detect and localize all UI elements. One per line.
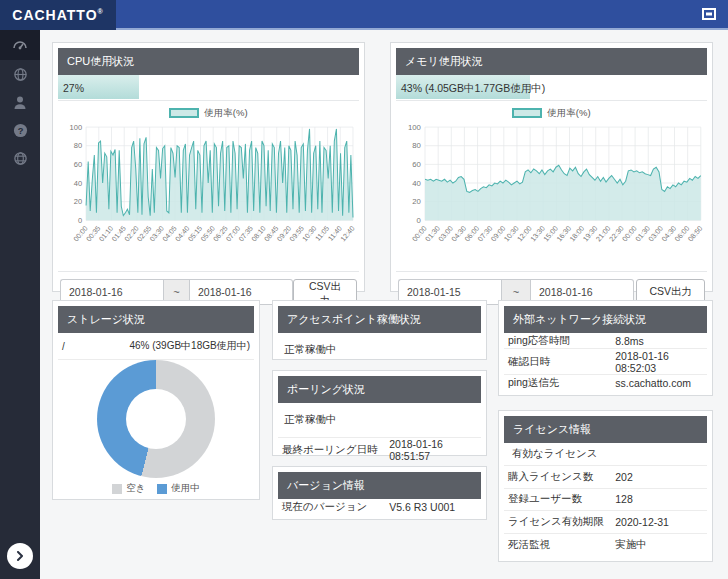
topbar: CACHATTO® [0, 0, 728, 30]
version-panel: バージョン情報 現在のバージョン V5.6 R3 U001 [272, 466, 487, 520]
svg-text:100: 100 [408, 123, 421, 132]
storage-panel: ストレージ状況 / 46% (39GB中18GB使用中) 空き 使用中 [52, 300, 260, 500]
legend-label: 使用率(%) [547, 107, 590, 120]
sidebar-expand-button[interactable] [7, 543, 33, 569]
purchased-licenses-label: 購入ライセンス数 [508, 470, 615, 484]
memory-line-chart: 02040608010000:0001:3003:0004:3006:0007:… [396, 121, 707, 271]
polling-panel: ポーリング状況 正常稼働中 最終ポーリング日時 2018-01-16 08:51… [272, 370, 487, 456]
sidebar: ? [0, 30, 40, 579]
cpu-progress-label: 27% [58, 75, 359, 101]
cpu-chart-legend: 使用率(%) [58, 105, 359, 121]
storage-usage-label: 46% (39GB中18GB使用中) [129, 339, 250, 353]
ping-time-value: 8.8ms [615, 335, 703, 347]
sidebar-item-language[interactable] [0, 144, 40, 172]
free-swatch [112, 484, 122, 494]
sidebar-item-help[interactable]: ? [0, 116, 40, 144]
ping-time-row: ping応答時間 8.8ms [504, 333, 707, 349]
memory-panel-title: メモリ使用状況 [396, 48, 707, 75]
svg-text:40: 40 [412, 179, 421, 188]
svg-text:60: 60 [412, 160, 421, 169]
storage-legend: 空き 使用中 [58, 478, 254, 501]
check-datetime-row: 確認日時 2018-01-16 08:52:03 [504, 349, 707, 375]
valid-license-row: 有効なライセンス [504, 443, 707, 466]
svg-text:80: 80 [412, 141, 421, 150]
storage-panel-title: ストレージ状況 [58, 306, 254, 333]
alive-monitoring-value: 実施中 [615, 538, 703, 552]
window-icon[interactable] [702, 8, 716, 20]
version-title: バージョン情報 [278, 472, 481, 499]
ping-target-label: ping送信先 [508, 376, 615, 390]
svg-text:12:40: 12:40 [339, 224, 356, 242]
storage-mount-point: / [62, 341, 65, 352]
cpu-progress-bar: 27% [58, 75, 359, 101]
cpu-chart: 使用率(%) 02040608010000:0000:3501:1001:450… [58, 101, 359, 271]
external-network-panel: 外部ネットワーク接続状況 ping応答時間 8.8ms 確認日時 2018-01… [498, 300, 713, 396]
version-label: 現在のバージョン [282, 500, 389, 514]
memory-progress-bar: 43% (4.05GB中1.77GB使用中) [396, 75, 707, 101]
memory-progress-label: 43% (4.05GB中1.77GB使用中) [396, 75, 707, 101]
storage-mount-row: / 46% (39GB中18GB使用中) [58, 333, 254, 360]
ping-target-value: ss.cachatto.com [615, 377, 703, 389]
language-icon [13, 151, 28, 166]
svg-text:0: 0 [78, 216, 82, 225]
alive-monitoring-row: 死活監視 実施中 [504, 534, 707, 556]
memory-chart: 使用率(%) 02040608010000:0001:3003:0004:300… [396, 101, 707, 271]
svg-text:80: 80 [74, 141, 82, 150]
chevron-right-icon [15, 551, 25, 561]
logo-box: CACHATTO® [0, 0, 116, 30]
cpu-usage-panel: CPU使用状況 27% 使用率(%) 02040608010000:0000:3… [52, 42, 365, 292]
legend-swatch [512, 108, 542, 118]
polling-last-value: 2018-01-16 08:51:57 [389, 438, 477, 462]
purchased-licenses-row: 購入ライセンス数 202 [504, 466, 707, 489]
legend-used-label: 使用中 [171, 482, 200, 495]
sidebar-item-user[interactable] [0, 88, 40, 116]
dashboard-icon [12, 37, 28, 53]
storage-donut-hole [126, 389, 186, 449]
used-swatch [157, 484, 167, 494]
polling-status: 正常稼働中 [278, 403, 481, 438]
access-point-status: 正常稼働中 [278, 333, 481, 367]
legend-free-label: 空き [126, 482, 145, 495]
license-expiry-label: ライセンス有効期限 [508, 515, 615, 529]
help-icon: ? [13, 123, 28, 138]
check-datetime-label: 確認日時 [508, 355, 615, 369]
svg-text:0: 0 [417, 216, 421, 225]
valid-license-label: 有効なライセンス [508, 447, 597, 461]
version-row: 現在のバージョン V5.6 R3 U001 [278, 499, 481, 514]
svg-text:08:50: 08:50 [687, 225, 705, 244]
alive-monitoring-label: 死活監視 [508, 538, 615, 552]
svg-text:100: 100 [70, 123, 83, 132]
license-panel: ライセンス情報 有効なライセンス 購入ライセンス数 202 登録ユーザー数 12… [498, 410, 713, 562]
cpu-panel-title: CPU使用状況 [58, 48, 359, 75]
svg-text:20: 20 [74, 197, 82, 206]
legend-label: 使用率(%) [204, 107, 247, 120]
legend-swatch [169, 108, 199, 118]
user-icon [13, 95, 27, 110]
sidebar-item-dashboard[interactable] [0, 30, 40, 60]
polling-title: ポーリング状況 [278, 376, 481, 403]
svg-text:40: 40 [74, 179, 82, 188]
svg-text:?: ? [17, 125, 23, 135]
legend-free-item: 空き [112, 482, 145, 495]
polling-last-row: 最終ポーリング日時 2018-01-16 08:51:57 [278, 438, 481, 462]
dashboard-page: CACHATTO® [0, 0, 728, 579]
purchased-licenses-value: 202 [615, 471, 703, 483]
license-expiry-row: ライセンス有効期限 2020-12-31 [504, 511, 707, 534]
access-point-title: アクセスポイント稼働状況 [278, 306, 481, 333]
license-title: ライセンス情報 [504, 416, 707, 443]
svg-text:60: 60 [74, 160, 82, 169]
access-point-panel: アクセスポイント稼働状況 正常稼働中 [272, 300, 487, 360]
version-value: V5.6 R3 U001 [389, 501, 477, 513]
cpu-line-chart: 02040608010000:0000:3501:1001:4502:2002:… [58, 121, 359, 271]
check-datetime-value: 2018-01-16 08:52:03 [615, 350, 703, 374]
storage-donut [97, 360, 215, 478]
network-title: 外部ネットワーク接続状況 [504, 306, 707, 333]
registered-users-value: 128 [615, 493, 703, 505]
ping-time-label: ping応答時間 [508, 334, 615, 348]
legend-used-item: 使用中 [157, 482, 200, 495]
sidebar-item-network[interactable] [0, 60, 40, 88]
ping-target-row: ping送信先 ss.cachatto.com [504, 375, 707, 390]
network-icon [13, 67, 28, 82]
registered-users-row: 登録ユーザー数 128 [504, 489, 707, 512]
registered-users-label: 登録ユーザー数 [508, 492, 615, 506]
